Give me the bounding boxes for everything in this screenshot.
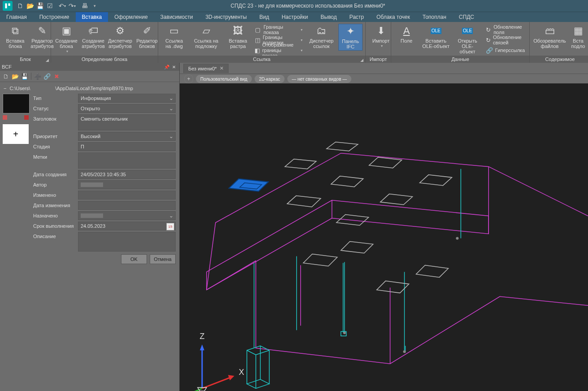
open-ole-button[interactable]: OLEОткрыть OLE-объект [453, 24, 482, 55]
update-links-item[interactable]: ↻Обновление связей [484, 35, 527, 45]
tags-input[interactable] [78, 152, 176, 169]
tab-view[interactable]: Вид [253, 12, 276, 22]
new-file-icon[interactable]: 🗋 [15, 1, 25, 11]
app-icon[interactable] [3, 1, 13, 11]
cancel-button[interactable]: Отмена [150, 254, 176, 264]
insert-block-button[interactable]: ⧉Вставка блока [3, 24, 28, 50]
pt-delete-icon[interactable]: ✖ [52, 72, 61, 80]
create-block-button[interactable]: ▣Создание блока [54, 24, 79, 55]
thumb-flag2-icon[interactable] [24, 115, 29, 120]
pt-add-icon[interactable]: ➕ [34, 72, 42, 80]
bcf-thumbnail[interactable] [3, 94, 30, 113]
title-bar: 🗋 📂 💾 ☑ ↶▾ ↷▾ 🖶 ▾ СПДС 23 - не для комме… [0, 0, 588, 12]
pt-link-icon[interactable]: 🔗 [43, 72, 51, 80]
tab-3d[interactable]: 3D-инструменты [199, 12, 253, 22]
title-input[interactable]: Сменить светильник [78, 114, 176, 130]
block-editor-label: Редактор блоков [136, 38, 158, 49]
dwg-xref-button[interactable]: ▭Ссылка на .dwg [161, 24, 187, 50]
moddate-field [78, 201, 176, 210]
type-select[interactable]: Информация [78, 94, 176, 103]
tab-close-icon[interactable]: ✕ [220, 65, 224, 71]
tab-raster[interactable]: Растр [343, 12, 370, 22]
gear-icon: ⚙ [113, 25, 127, 37]
tab-design[interactable]: Оформление [108, 12, 154, 22]
update-field-item[interactable]: ↻Обновление поля [484, 25, 527, 35]
tab-insert[interactable]: Вставка [76, 12, 108, 22]
view-crumbs: + Пользовательский вид 2D-каркас — нет с… [180, 74, 588, 84]
add-thumbnail-button[interactable]: + [3, 124, 29, 144]
tags-label: Метки [32, 152, 78, 160]
ifc-panel-button[interactable]: ✦Панель IFC [338, 24, 363, 51]
link-icon: 🔗 [486, 47, 493, 54]
calendar-icon[interactable]: 15 [166, 223, 174, 230]
model-canvas[interactable]: Z X [180, 83, 588, 391]
underlay2-icon: ▦ [571, 25, 585, 37]
priority-label: Приоритет [32, 134, 78, 139]
insert-raster-button[interactable]: 🖼Вставка растра [225, 24, 251, 50]
descr-input[interactable] [78, 232, 176, 252]
xref-manager-button[interactable]: 🗂Диспетчер ссылок [306, 24, 337, 50]
create-block-label: Создание блока [55, 38, 78, 49]
tab-build[interactable]: Построение [33, 12, 76, 22]
display-bounds-item[interactable]: ◧Отображение границы показа [253, 45, 304, 55]
underlay-button[interactable]: ▱Ссылка на подложку [189, 24, 223, 50]
undo-icon[interactable]: ↶▾ [57, 1, 67, 11]
crumb-userview[interactable]: Пользовательский вид [196, 75, 252, 83]
save-icon[interactable]: 💾 [35, 1, 45, 11]
crumb-noviews[interactable]: — нет связанных видов — [287, 75, 351, 83]
modified-label: Изменено [32, 192, 78, 198]
document-tab[interactable]: Без имени0* ✕ [183, 64, 229, 73]
import-button[interactable]: ⬇Импорт [368, 24, 393, 50]
group-block-label: Блок◢ [0, 56, 51, 63]
attr-dispatcher-button[interactable]: ⚙Диспетчер атрибутов [108, 24, 133, 50]
thumb-flag1-icon[interactable] [3, 115, 7, 120]
create-block-icon: ▣ [59, 25, 74, 37]
tab-topoplan[interactable]: Топоплан [416, 12, 453, 22]
pin-icon[interactable]: 📌 [163, 65, 170, 70]
insert-ole-button[interactable]: OLEВставить OLE-объект [421, 24, 451, 50]
ole-open-icon: OLE [460, 25, 475, 37]
file-browser-button[interactable]: 🗃Обозреватель файлов [532, 24, 567, 50]
redo-icon[interactable]: ↷▾ [67, 1, 77, 11]
tab-pointcloud[interactable]: Облака точек [370, 12, 416, 22]
panel-toolbar: 🗋 📂 💾 ➕ 🔗 ✖ [0, 71, 179, 82]
author-label: Автор [32, 182, 78, 187]
field-button[interactable]: AПоле [394, 24, 419, 44]
ok-button[interactable]: OK [121, 254, 147, 264]
tab-output[interactable]: Вывод [314, 12, 343, 22]
insert-underlay2-button[interactable]: ▦Вста подло [569, 24, 588, 50]
quick-access-toolbar: 🗋 📂 💾 ☑ ↶▾ ↷▾ 🖶 ▾ [15, 0, 99, 12]
create-attr-label: Создание атрибутов [82, 38, 105, 49]
create-attr-button[interactable]: 🏷Создание атрибутов [81, 24, 106, 50]
pt-new-icon[interactable]: 🗋 [2, 72, 10, 80]
add-view-button[interactable]: + [184, 74, 193, 83]
panel-tree[interactable]: − C:\Users\\AppData\Local\Temp\tmpB970.t… [2, 85, 177, 94]
status-select[interactable]: Открыто [78, 104, 176, 113]
open-file-icon[interactable]: 📂 [25, 1, 35, 11]
block-editor-button[interactable]: ✐Редактор блоков [134, 24, 160, 50]
print-icon[interactable]: 🖶 [80, 1, 90, 11]
tree-collapse-icon[interactable]: − [4, 86, 6, 91]
tab-home[interactable]: Главная [0, 12, 33, 22]
file-browser-label: Обозреватель файлов [533, 38, 566, 49]
dwg-xref-label: Ссылка на .dwg [162, 38, 186, 49]
created-label: Дата создания [32, 172, 78, 177]
saveall-icon[interactable]: ☑ [45, 1, 55, 11]
show-bounds-item[interactable]: ▢Границы показа [253, 25, 304, 35]
attr-editor-icon: ✎ [35, 25, 49, 37]
crumb-wireframe[interactable]: 2D-каркас [255, 75, 285, 83]
close-icon[interactable]: ✕ [170, 65, 177, 70]
stage-input[interactable]: П [78, 142, 176, 151]
document-tabs: Без имени0* ✕ [180, 63, 588, 74]
tab-constraints[interactable]: Зависимости [154, 12, 199, 22]
priority-select[interactable]: Высокий [78, 132, 176, 141]
assigned-select[interactable] [78, 211, 176, 220]
due-input[interactable]: 24.05.202315 [78, 222, 176, 230]
tab-settings[interactable]: Настройки [275, 12, 314, 22]
panel-titlebar[interactable]: BCF 📌 ✕ [0, 63, 179, 71]
qat-more-icon[interactable]: ▾ [90, 1, 99, 11]
pt-open-icon[interactable]: 📂 [11, 72, 19, 80]
hyperlink-item[interactable]: 🔗Гиперссылка [484, 45, 527, 55]
pt-save-icon[interactable]: 💾 [21, 72, 29, 80]
tab-spds[interactable]: СПДС [453, 12, 480, 22]
